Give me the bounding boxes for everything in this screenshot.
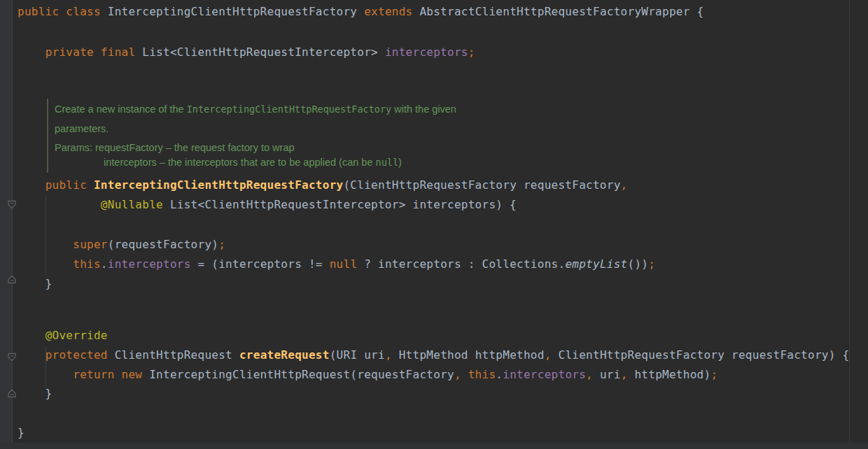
code-token: . <box>496 368 503 381</box>
code-token: interceptors <box>503 368 586 381</box>
code-line: } <box>18 384 52 404</box>
fold-region-start-icon[interactable] <box>6 199 18 211</box>
code-token: ; <box>648 257 655 271</box>
javadoc-line: Create a new instance of the Interceptin… <box>55 100 456 118</box>
editor-bottom-edge <box>0 443 868 449</box>
code-line: public class InterceptingClientHttpReque… <box>18 2 704 22</box>
code-token: extends <box>357 5 419 18</box>
code-token: public <box>46 178 94 192</box>
code-token: InterceptingClientHttpRequest(requestFac… <box>149 368 454 381</box>
code-editor: public class InterceptingClientHttpReque… <box>0 0 868 449</box>
code-token: AbstractClientHttpRequestFactoryWrapper … <box>419 5 704 18</box>
gutter-border-line <box>12 0 13 449</box>
code-token <box>18 198 101 211</box>
code-token <box>461 368 468 381</box>
code-token: HttpMethod httpMethod <box>392 348 545 362</box>
code-token: , <box>385 348 392 362</box>
code-token: interceptors <box>108 257 191 271</box>
code-token: this <box>468 368 496 381</box>
javadoc-text: ) <box>398 157 402 168</box>
javadoc-line: parameters. <box>55 120 108 138</box>
javadoc-code-ref: null <box>376 157 399 168</box>
fold-region-end-icon[interactable] <box>6 387 18 399</box>
code-line: this.interceptors = (interceptors != nul… <box>18 255 655 274</box>
code-token: private final <box>46 45 143 59</box>
javadoc-line: interceptors – the interceptors that are… <box>55 153 402 171</box>
code-line: @Override <box>18 326 108 345</box>
code-token: emptyList <box>565 257 627 271</box>
code-line: private final List<ClientHttpRequestInte… <box>18 43 475 62</box>
code-token <box>18 348 46 362</box>
code-token: InterceptingClientHttpRequestFactory <box>94 178 344 192</box>
code-token: List<ClientHttpRequestInterceptor> <box>142 45 385 59</box>
javadoc-text: Create a new instance of the <box>55 104 187 115</box>
javadoc-text: with the given <box>391 104 456 115</box>
javadoc-code-ref: InterceptingClientHttpRequestFactory <box>187 104 392 115</box>
code-token: @Override <box>46 329 108 342</box>
code-token: . <box>101 257 108 271</box>
code-line: return new InterceptingClientHttpRequest… <box>18 365 718 385</box>
code-token: ; <box>468 45 475 59</box>
code-token: } <box>18 387 52 400</box>
code-token: (requestFactory) <box>108 238 218 251</box>
code-line: protected ClientHttpRequest createReques… <box>18 345 849 365</box>
code-token: null <box>330 257 358 271</box>
code-token: (ClientHttpRequestFactory requestFactory <box>343 178 620 192</box>
code-token: super <box>73 238 108 251</box>
javadoc-text: interceptors – the interceptors that are… <box>104 157 376 168</box>
code-token: } <box>18 426 24 439</box>
code-token: public class <box>18 5 108 18</box>
right-margin-guide <box>849 0 850 449</box>
code-line: } <box>18 423 24 443</box>
code-token: , <box>621 368 628 381</box>
code-token: List<ClientHttpRequestInterceptor> inter… <box>163 198 517 211</box>
code-token: ()) <box>628 257 649 271</box>
code-token: @Nullable <box>101 198 163 211</box>
code-line: @Nullable List<ClientHttpRequestIntercep… <box>18 195 517 215</box>
code-token: httpMethod) <box>628 368 711 381</box>
code-token: ; <box>710 368 718 381</box>
editor-gutter <box>0 0 12 449</box>
code-token: , <box>586 368 593 381</box>
javadoc-text: parameters. <box>55 123 108 134</box>
code-token: interceptors <box>385 45 468 59</box>
code-token <box>18 178 46 192</box>
code-token: createRequest <box>239 348 330 362</box>
code-token <box>18 329 46 342</box>
code-token <box>18 257 73 271</box>
code-token: ; <box>218 238 225 251</box>
javadoc-indicator-line <box>47 99 48 173</box>
code-token: , <box>454 368 461 381</box>
code-token: ? interceptors : Collections. <box>357 257 565 271</box>
javadoc-text: Params: requestFactory – the request fac… <box>55 142 295 153</box>
code-line: super(requestFactory); <box>18 235 225 255</box>
code-token: InterceptingClientHttpRequestFactory <box>108 5 358 18</box>
code-token: (URI uri <box>330 348 385 362</box>
code-token: , <box>545 348 552 362</box>
code-token: return new <box>73 368 149 381</box>
code-line: public InterceptingClientHttpRequestFact… <box>18 176 628 195</box>
code-token: ClientHttpRequest <box>115 348 239 362</box>
code-token <box>18 45 46 59</box>
fold-region-end-icon[interactable] <box>6 273 18 285</box>
code-token <box>18 368 73 381</box>
code-token <box>18 238 73 251</box>
code-token: = (interceptors != <box>191 257 330 271</box>
fold-region-start-icon[interactable] <box>6 352 18 363</box>
code-token: , <box>621 178 628 192</box>
code-token: uri <box>593 368 621 381</box>
code-token: ClientHttpRequestFactory requestFactory)… <box>552 348 850 362</box>
code-token: } <box>18 277 52 290</box>
code-line: } <box>18 274 52 294</box>
code-token: protected <box>46 348 115 362</box>
code-token: this <box>73 257 101 271</box>
